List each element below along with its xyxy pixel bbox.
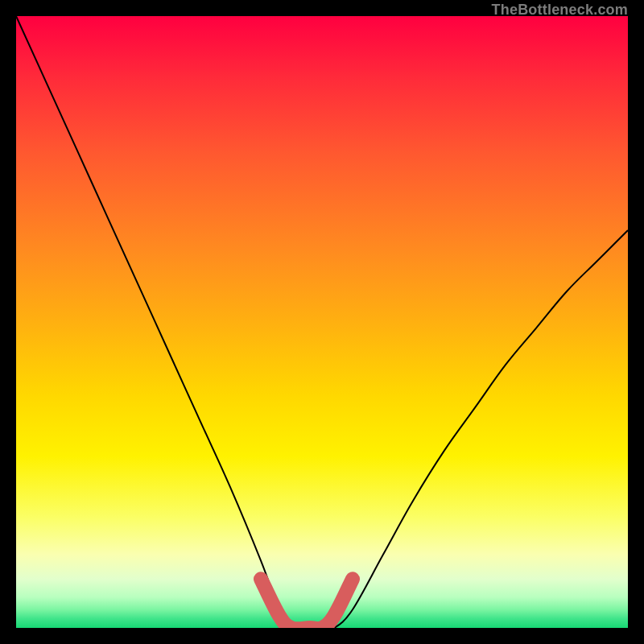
curve-layer [16, 16, 628, 628]
optimal-dip-highlight [261, 579, 353, 628]
bottleneck-curve [16, 16, 628, 628]
chart-frame: TheBottleneck.com [0, 0, 644, 644]
plot-area [16, 16, 628, 628]
